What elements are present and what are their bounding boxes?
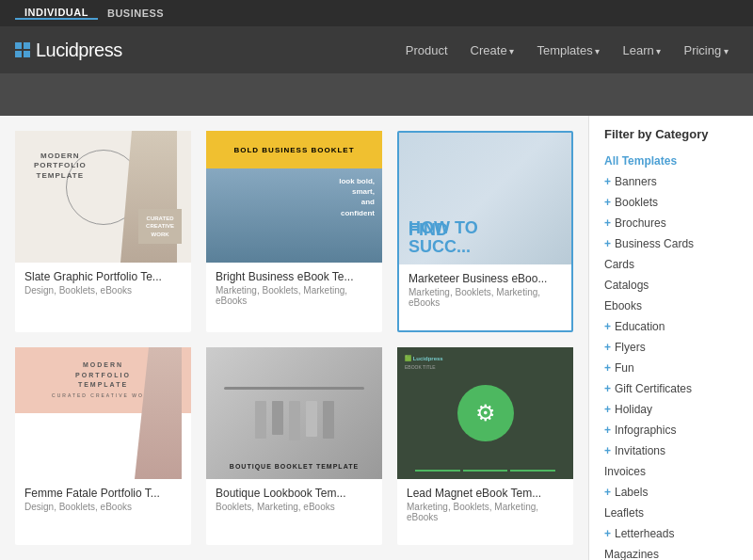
plus-icon: + bbox=[604, 216, 611, 230]
green-circle: ⚙ bbox=[457, 385, 514, 441]
clothes-rack bbox=[206, 347, 382, 479]
sidebar-item-holiday[interactable]: +Holiday bbox=[589, 399, 753, 420]
card-title: Slate Graphic Portfolio Te... bbox=[24, 270, 182, 283]
card-info: Boutique Lookbook Tem... Booklets, Marke… bbox=[206, 479, 382, 521]
plus-icon: + bbox=[604, 403, 611, 416]
template-grid: MODERNPORTFOLIOTEMPLATE CURATEDCREATIVEW… bbox=[0, 116, 588, 560]
sidebar-item-booklets[interactable]: +Booklets bbox=[589, 192, 753, 213]
card-info: Bright Business eBook Te... Marketing, B… bbox=[206, 263, 382, 315]
overlay-text: look bold,smart,andconfident bbox=[339, 176, 375, 218]
sidebar-item-business-cards[interactable]: +Business Cards bbox=[589, 233, 753, 254]
card-title: Marketeer Business eBoo... bbox=[409, 272, 562, 285]
sidebar-item-banners[interactable]: +Banners bbox=[589, 171, 753, 192]
card-info: Femme Fatale Portfolio T... Design, Book… bbox=[15, 479, 191, 521]
plus-icon: + bbox=[604, 237, 611, 250]
card-thumbnail: HOW TO FINDSUCC... bbox=[399, 133, 571, 264]
card-tags: Marketing, Booklets, Marketing, eBooks bbox=[407, 502, 564, 522]
sidebar-item-invoices[interactable]: Invoices bbox=[589, 461, 753, 482]
sidebar-item-education[interactable]: +Education bbox=[589, 316, 753, 337]
sidebar-item-magazines[interactable]: Magazines bbox=[589, 544, 753, 560]
sidebar-item-catalogs[interactable]: Catalogs bbox=[589, 275, 753, 296]
sidebar-item-fun[interactable]: +Fun bbox=[589, 358, 753, 378]
sidebar-item-leaflets[interactable]: Leaflets bbox=[589, 503, 753, 523]
content-area: MODERNPORTFOLIOTEMPLATE CURATEDCREATIVEW… bbox=[0, 116, 753, 560]
card-thumbnail: MODERNPORTFOLIOTEMPLATECURATED CREATIVE … bbox=[15, 347, 191, 479]
plus-icon: + bbox=[604, 444, 611, 457]
card-tags: Booklets, Marketing, eBooks bbox=[216, 502, 373, 512]
sidebar-item-letterheads[interactable]: +Letterheads bbox=[589, 523, 753, 544]
plus-icon: + bbox=[604, 175, 611, 188]
card-thumbnail: BOLD BUSINESS BOOKLET look bold,smart,an… bbox=[206, 131, 382, 263]
card-tags: Marketing, Booklets, Marketing, eBooks bbox=[409, 287, 562, 308]
sidebar-item-labels[interactable]: +Labels bbox=[589, 482, 753, 503]
sidebar-item-all-templates[interactable]: All Templates bbox=[589, 151, 753, 171]
sidebar-title: Filter by Category bbox=[589, 127, 753, 151]
sidebar-item-brochures[interactable]: +Brochures bbox=[589, 213, 753, 233]
nav-templates[interactable]: Templates bbox=[527, 38, 609, 63]
navbar: Lucidpress Product Create Templates Lear… bbox=[0, 26, 753, 73]
card-tags: Marketing, Booklets, Marketing, eBooks bbox=[216, 285, 373, 306]
plus-icon: + bbox=[604, 320, 611, 333]
plus-icon: + bbox=[604, 527, 611, 540]
lp-logo: 🟩 Lucidpress bbox=[405, 355, 443, 361]
green-lines bbox=[415, 470, 556, 472]
logo-icon bbox=[15, 42, 30, 57]
business-tab[interactable]: BUSINESS bbox=[98, 8, 173, 19]
yellow-band: BOLD BUSINESS BOOKLET bbox=[206, 131, 382, 168]
card-thumbnail: BOUTIQUE BOOKLET TEMPLATE bbox=[206, 347, 382, 479]
individual-tab[interactable]: INDIVIDUAL bbox=[15, 7, 98, 20]
logo[interactable]: Lucidpress bbox=[15, 40, 122, 61]
card-tags: Design, Booklets, eBooks bbox=[24, 502, 182, 512]
nav-learn[interactable]: Learn bbox=[613, 38, 670, 63]
bold-title: BOLD BUSINESS BOOKLET bbox=[233, 146, 354, 154]
template-card[interactable]: BOLD BUSINESS BOOKLET look bold,smart,an… bbox=[206, 131, 382, 332]
card-thumbnail: MODERNPORTFOLIOTEMPLATE CURATEDCREATIVEW… bbox=[15, 131, 191, 263]
card-overlay-text: MODERNPORTFOLIOTEMPLATE bbox=[34, 152, 87, 181]
sidebar-item-infographics[interactable]: +Infographics bbox=[589, 420, 753, 440]
card-tags: Design, Booklets, eBooks bbox=[24, 285, 182, 296]
plus-icon: + bbox=[604, 196, 611, 209]
plus-icon: + bbox=[604, 341, 611, 354]
card-title: Bright Business eBook Te... bbox=[216, 270, 373, 283]
hero-band bbox=[0, 73, 753, 116]
sidebar-item-cards[interactable]: Cards bbox=[589, 254, 753, 275]
logo-text: Lucidpress bbox=[36, 40, 122, 61]
plus-icon: + bbox=[604, 382, 611, 395]
curated-text: CURATEDCREATIVEWORK bbox=[138, 209, 182, 244]
card-title: Boutique Lookbook Tem... bbox=[216, 487, 373, 500]
card-thumbnail: 🟩 Lucidpress EBOOK TITLE ⚙ bbox=[397, 347, 573, 479]
card-info: Marketeer Business eBoo... Marketing, Bo… bbox=[399, 264, 571, 317]
plus-icon: + bbox=[604, 486, 611, 499]
top-bar: INDIVIDUAL BUSINESS bbox=[0, 0, 753, 26]
portfolio-text2: MODERNPORTFOLIOTEMPLATECURATED CREATIVE … bbox=[52, 360, 154, 400]
nav-product[interactable]: Product bbox=[396, 38, 457, 63]
plus-icon: + bbox=[604, 424, 611, 437]
sidebar-item-flyers[interactable]: +Flyers bbox=[589, 337, 753, 358]
card-info: Lead Magnet eBook Tem... Marketing, Book… bbox=[397, 479, 573, 532]
nav-links: Product Create Templates Learn Pricing bbox=[396, 38, 738, 63]
lp-header: 🟩 Lucidpress bbox=[405, 355, 443, 361]
city-bg: look bold,smart,andconfident bbox=[206, 168, 382, 263]
nav-pricing[interactable]: Pricing bbox=[674, 38, 738, 63]
card-info: Slate Graphic Portfolio Te... Design, Bo… bbox=[15, 263, 191, 305]
sidebar: Filter by Category All Templates +Banner… bbox=[588, 116, 753, 560]
template-card[interactable]: 🟩 Lucidpress EBOOK TITLE ⚙ Lead Magnet e… bbox=[397, 347, 573, 545]
find-text: FINDSUCC... bbox=[409, 221, 471, 255]
plus-icon: + bbox=[604, 361, 611, 375]
sidebar-item-gift-certificates[interactable]: +Gift Certificates bbox=[589, 378, 753, 399]
card-title: Femme Fatale Portfolio T... bbox=[24, 487, 182, 500]
template-card[interactable]: BOUTIQUE BOOKLET TEMPLATE Boutique Lookb… bbox=[206, 347, 382, 545]
card-title: Lead Magnet eBook Tem... bbox=[407, 487, 564, 500]
boutique-title: BOUTIQUE BOOKLET TEMPLATE bbox=[230, 463, 359, 470]
template-card[interactable]: MODERNPORTFOLIOTEMPLATECURATED CREATIVE … bbox=[15, 347, 191, 545]
nav-create[interactable]: Create bbox=[461, 38, 524, 63]
lp-icon: ⚙ bbox=[475, 400, 496, 426]
template-card[interactable]: HOW TO FINDSUCC... Marketeer Business eB… bbox=[397, 131, 573, 332]
sidebar-item-invitations[interactable]: +Invitations bbox=[589, 440, 753, 461]
sidebar-item-ebooks[interactable]: Ebooks bbox=[589, 296, 753, 316]
template-card[interactable]: MODERNPORTFOLIOTEMPLATE CURATEDCREATIVEW… bbox=[15, 131, 191, 332]
